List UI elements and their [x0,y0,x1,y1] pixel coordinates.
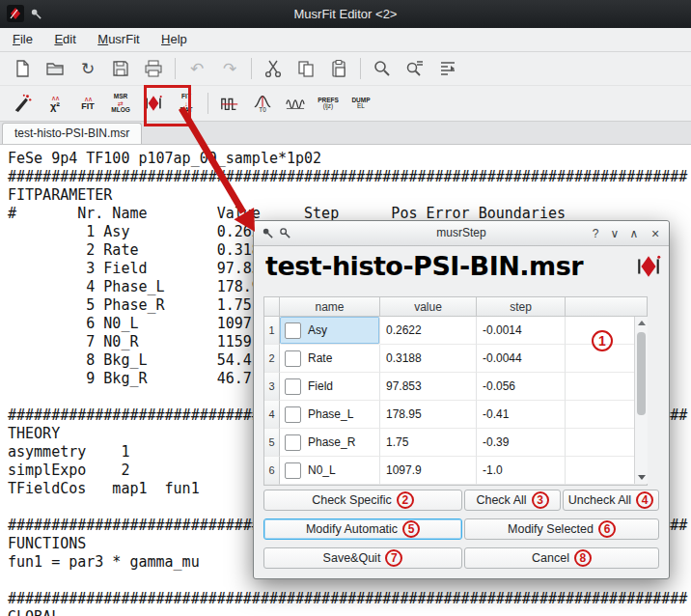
t0-icon: T0 [253,94,272,113]
msr2data-button[interactable]: FIT ↓ DAT [172,89,201,118]
name-cell[interactable]: Phase_R [280,429,380,457]
modify-automatic-button[interactable]: Modify Automatic 5 [263,518,462,540]
undo-icon: ↶ [190,61,204,77]
scroll-down-button[interactable] [635,471,648,484]
menu-help[interactable]: Help [152,28,196,50]
row-checkbox[interactable] [285,434,301,451]
step-cell[interactable]: -0.0044 [477,345,566,373]
search-icon [373,59,392,78]
column-header-name[interactable]: name [280,297,380,317]
fit-button[interactable]: ∧∧ FIT [73,89,102,118]
row-number: 6 [264,457,280,485]
unshade-button[interactable]: ∧ [624,221,644,245]
table-row[interactable]: 3 Field 97.853 -0.056 [264,373,647,401]
save-quit-button[interactable]: Save&Quit 7 [263,547,462,569]
new-file-button[interactable] [8,54,37,83]
swap-msr-mlog-button[interactable]: MSR ⇄ MLOG [106,89,135,118]
param-step: -0.0044 [483,351,522,365]
table-row[interactable]: 1 Asy 0.2622 -0.0014 [264,317,647,345]
print-icon [144,59,163,78]
goto-line-button[interactable] [433,54,462,83]
table-row[interactable]: 4 Phase_L 178.95 -0.41 [264,401,647,429]
uncheck-all-button[interactable]: Uncheck All 4 [563,490,659,511]
table-row[interactable]: 6 N0_L 1097.9 -1.0 [264,457,647,485]
modify-selected-button[interactable]: Modify Selected 6 [464,518,659,540]
musrfit-pen-icon [13,94,32,113]
step-cell[interactable]: -0.39 [477,429,566,457]
cancel-button[interactable]: Cancel 8 [464,547,659,569]
fourier-button[interactable] [281,89,310,118]
save-button[interactable] [106,54,135,83]
shade-button[interactable]: ∨ [605,221,624,245]
dump-header-button[interactable]: DUMP EL [346,89,375,118]
asymmetry-view-button[interactable] [215,89,244,118]
check-specific-button[interactable]: Check Specific 2 [263,490,462,511]
copy-button[interactable] [291,54,320,83]
help-button[interactable]: ? [586,221,605,245]
reload-button[interactable]: ↻ [73,54,102,83]
button-label: Check Specific [312,493,392,507]
find-replace-button[interactable] [401,54,429,83]
tabbar: test-histo-PSI-BIN.msr [0,122,691,145]
menu-file[interactable]: File [4,28,41,50]
column-header-value[interactable]: value [380,297,477,317]
table-row[interactable]: 2 Rate 0.3188 -0.0044 [264,345,647,373]
name-cell[interactable]: Phase_L [280,401,380,429]
window-titlebar: MusrFit Editor <2> [0,0,691,28]
step-cell[interactable]: -0.0014 [477,317,566,345]
step-annotation-6: 6 [598,520,616,538]
musrfit-run-button[interactable] [8,89,37,118]
print-button[interactable] [139,54,168,83]
row-number: 3 [264,373,280,401]
menubar: File Edit MusrFit Help [0,28,691,52]
table-scrollbar[interactable] [634,317,648,484]
check-all-button[interactable]: Check All 3 [464,490,561,511]
redo-button[interactable]: ↷ [215,54,244,83]
paste-button[interactable] [324,54,353,83]
musrstep-button[interactable] [139,89,168,118]
prefs-button[interactable]: PREFS (ijz) [314,89,343,118]
step-cell[interactable]: -1.0 [477,457,566,485]
step-cell[interactable]: -0.056 [477,373,566,401]
button-label: Save&Quit [323,551,381,565]
value-cell[interactable]: 1.75 [380,429,477,457]
scroll-up-button[interactable] [635,317,648,329]
name-cell[interactable]: N0_L [280,457,380,485]
button-label: Uncheck All [568,493,631,507]
value-cell[interactable]: 0.2622 [380,317,477,345]
name-cell[interactable]: Field [280,373,380,401]
musrfit-toolbar: ∧∧ χ² ∧∧ FIT MSR ⇄ MLOG FIT ↓ DAT [0,86,691,122]
value-cell[interactable]: 1097.9 [380,457,477,485]
step-annotation-2: 2 [397,491,414,509]
row-checkbox[interactable] [285,406,301,423]
menu-musrfit[interactable]: MusrFit [89,28,148,50]
find-button[interactable] [368,54,397,83]
undo-button[interactable]: ↶ [182,54,211,83]
param-step: -0.056 [483,379,515,393]
row-checkbox[interactable] [285,462,301,479]
scrollbar-thumb[interactable] [637,332,646,415]
button-label: Cancel [532,551,569,565]
open-file-button[interactable] [41,54,69,83]
name-cell[interactable]: Asy [280,317,380,345]
button-label: Modify Automatic [306,522,398,536]
value-cell[interactable]: 97.853 [380,373,477,401]
chisq-only-button[interactable]: ∧∧ χ² [41,89,69,118]
tab-msr-file[interactable]: test-histo-PSI-BIN.msr [2,123,142,144]
name-cell[interactable]: Rate [280,345,380,373]
t0-button[interactable]: T0 [248,89,277,118]
close-button[interactable]: × [646,221,665,245]
step-cell[interactable]: -0.41 [477,401,566,429]
menu-edit[interactable]: Edit [45,28,84,50]
value-cell[interactable]: 0.3188 [380,345,477,373]
column-header-step[interactable]: step [477,297,566,317]
row-checkbox[interactable] [285,322,301,339]
svg-text:T0: T0 [259,106,266,113]
value-cell[interactable]: 178.95 [380,401,477,429]
table-row[interactable]: 5 Phase_R 1.75 -0.39 [264,429,647,457]
row-checkbox[interactable] [285,350,301,367]
musrstep-icon [636,253,661,284]
cut-button[interactable] [259,54,288,83]
row-checkbox[interactable] [285,378,301,395]
column-header-filler [566,297,647,317]
